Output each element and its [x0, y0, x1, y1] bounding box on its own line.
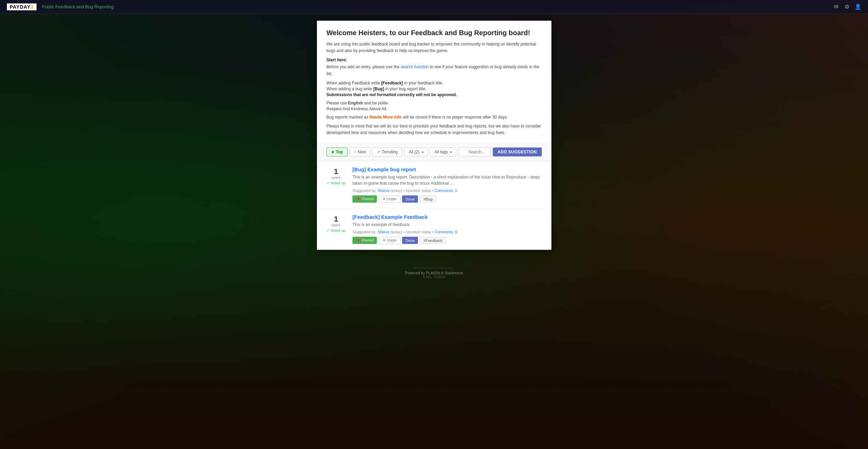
navbar: PAYDAY3 Public Feedback and Bug Reportin… [0, 0, 868, 14]
welcome-title: Welcome Heisters, to our Feedback and Bu… [327, 29, 542, 37]
needs-info: Bug reports marked as Needs More Info wi… [327, 115, 542, 120]
lang-post: and be polite. [364, 101, 389, 105]
tag-unpin-2[interactable]: ✕ Unpin [379, 237, 400, 244]
logo-text: PAYDAY3 [10, 4, 34, 10]
filter-new-button[interactable]: ○ New [350, 147, 371, 156]
tags-chevron-icon: ▾ [450, 150, 452, 154]
format-line1-pre: When adding Feedback write [327, 81, 380, 85]
filter-all-button[interactable]: All (2) ▾ [404, 147, 428, 156]
footer: Powered by PLAION & Starbreeze 0.02s - 0… [0, 264, 868, 281]
item-tags-2: 📌 Pinned ✕ Unpin Done #Feedback [352, 237, 542, 244]
item-comments-link-2[interactable]: Comments: 0 [435, 230, 457, 234]
search-function-link[interactable]: search function [401, 64, 429, 69]
tag-done-2[interactable]: Done [402, 237, 418, 244]
trending-icon: ↗ [377, 150, 380, 154]
start-here-body: Before you add an entry, please use the … [327, 64, 542, 77]
tag-pinned-1[interactable]: 📌 Pinned [352, 195, 377, 203]
filter-tags-button[interactable]: All tags ▾ [430, 147, 456, 156]
needs-info-post: will be closed if there is no player res… [403, 115, 508, 120]
filter-bar: ★ Top ○ New ↗ Trending All (2) ▾ All tag… [317, 143, 551, 161]
suggestion-item-2: 1 votes ✓ Voted up [Feedback] Example Fe… [317, 208, 551, 250]
filter-tags-label: All tags [435, 150, 448, 154]
navbar-left: PAYDAY3 Public Feedback and Bug Reportin… [7, 3, 114, 10]
lang-line-1: Please use English and be polite. [327, 101, 542, 105]
item-comments-link-1[interactable]: Comments: 0 [435, 188, 457, 193]
mail-icon[interactable]: ✉ [833, 4, 839, 10]
format-line2-post: in your bug report title. [385, 86, 426, 91]
filter-all-label: All (2) [409, 150, 419, 154]
format-warning: Submissions that are not formatted corre… [327, 92, 542, 97]
navbar-right: ✉ ⚙ 👤 [833, 4, 861, 10]
item-title-1[interactable]: [Bug] Example bug report [352, 166, 542, 172]
filter-trending-button[interactable]: ↗ Trending [372, 147, 402, 156]
format-line2-tag: [Bug] [373, 86, 384, 91]
tag-bug-1[interactable]: #Bug [420, 195, 436, 203]
needs-info-pre: Bug reports marked as [327, 115, 368, 120]
voted-up-2: ✓ Voted up [327, 228, 346, 233]
search-container: 🔍 [458, 147, 491, 156]
circle-icon: ○ [354, 150, 357, 154]
closing-text: Please Keep in mind that we will do our … [327, 123, 542, 136]
tag-pinned-2[interactable]: 📌 Pinned [352, 237, 377, 244]
lang-bold: English [348, 101, 363, 105]
start-here-label: Start here: [327, 58, 542, 62]
add-suggestion-button[interactable]: ADD SUGGESTION [493, 147, 542, 156]
welcome-intro: We are using this public feedback board … [327, 41, 542, 54]
item-author-1[interactable]: Shievo [378, 188, 389, 193]
format-line-1: When adding Feedback write [Feedback] in… [327, 81, 542, 85]
format-line2-pre: When adding a bug write [327, 86, 372, 91]
needs-info-highlight: Needs More Info [369, 115, 401, 120]
tag-unpin-1[interactable]: ✕ Unpin [379, 195, 400, 203]
item-desc-1: This is an example bug report. Descripti… [352, 174, 542, 186]
star-icon: ★ [331, 150, 335, 154]
lang-pre: Please use [327, 101, 347, 105]
voted-up-1: ✓ Voted up [327, 181, 346, 185]
vote-section-1: 1 votes ✓ Voted up [327, 166, 346, 185]
settings-icon[interactable]: ⚙ [844, 4, 850, 10]
lang-line-2: Respect And Kindness Above All. [327, 106, 542, 111]
vote-section-2: 1 votes ✓ Voted up [327, 214, 346, 233]
welcome-section: Welcome Heisters, to our Feedback and Bu… [317, 21, 551, 143]
footer-divider [413, 268, 455, 268]
all-chevron-icon: ▾ [422, 150, 423, 154]
item-title-2[interactable]: [Feedback] Example Feedback [352, 214, 542, 220]
start-here-pre: Before you add an entry, please use the [327, 64, 400, 69]
suggestion-list: 1 votes ✓ Voted up [Bug] Example bug rep… [317, 161, 551, 250]
site-title: Public Feedback and Bug Reporting [42, 4, 114, 9]
footer-powered-by: Powered by PLAION & Starbreeze [0, 271, 868, 275]
content-panel: Welcome Heisters, to our Feedback and Bu… [317, 21, 551, 250]
filter-top-label: Top [336, 150, 343, 154]
logo-number: 3 [31, 4, 34, 10]
item-desc-2: This is an example of feedback. [352, 222, 542, 228]
tag-feedback-2[interactable]: #Feedback [420, 237, 446, 244]
vote-count-1: 1 [334, 168, 338, 175]
footer-timing: 0.02s - 0.021s [0, 275, 868, 279]
filter-top-button[interactable]: ★ Top [327, 147, 348, 156]
logo[interactable]: PAYDAY3 [7, 3, 37, 10]
item-author-2[interactable]: Shievo [378, 230, 389, 234]
votes-label-2: votes [331, 223, 340, 227]
logo-name: PAYDAY [10, 4, 31, 10]
item-meta-1: Suggested by: Shievo (today) • Upvoted: … [352, 188, 542, 193]
format-line1-post: in your feedback title. [404, 81, 443, 85]
votes-label-1: votes [331, 175, 340, 180]
tag-done-1[interactable]: Done [402, 195, 418, 203]
suggestion-item-1: 1 votes ✓ Voted up [Bug] Example bug rep… [317, 161, 551, 208]
filter-trending-label: Trending [381, 150, 398, 154]
filter-new-label: New [358, 150, 366, 154]
item-content-1: [Bug] Example bug report This is an exam… [352, 166, 542, 203]
item-tags-1: 📌 Pinned ✕ Unpin Done #Bug [352, 195, 542, 203]
main-wrapper: Welcome Heisters, to our Feedback and Bu… [0, 14, 868, 264]
search-input[interactable] [458, 147, 491, 156]
user-icon[interactable]: 👤 [855, 4, 861, 10]
item-meta-2: Suggested by: Shievo (today) • Upvoted: … [352, 230, 542, 234]
format-line-2: When adding a bug write [Bug] in your bu… [327, 86, 542, 91]
item-content-2: [Feedback] Example Feedback This is an e… [352, 214, 542, 244]
vote-count-2: 1 [334, 215, 338, 223]
format-line1-tag: [Feedback] [381, 81, 403, 85]
